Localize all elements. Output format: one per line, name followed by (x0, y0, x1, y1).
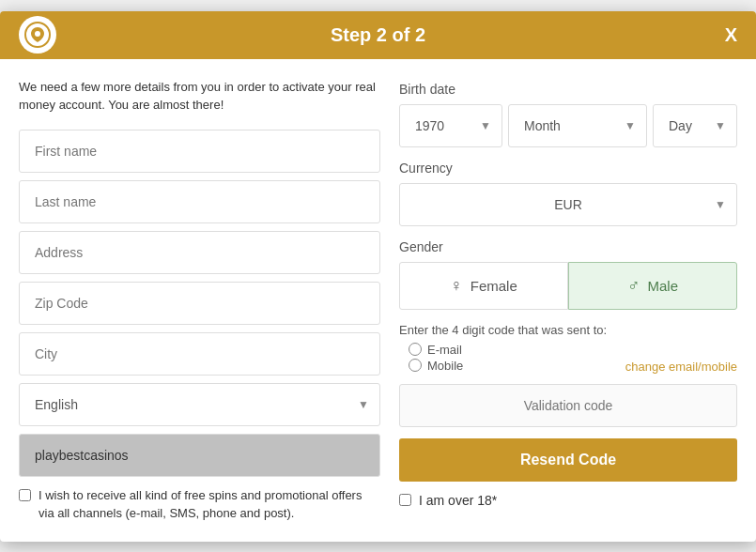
username-display: playbestcasinos (19, 434, 380, 477)
intro-text: We need a few more details from you in o… (19, 78, 380, 115)
newsletter-label: I wish to receive all kind of free spins… (39, 486, 380, 523)
currency-label: Currency (399, 161, 737, 176)
female-icon: ♀ (450, 276, 463, 296)
modal-body: We need a few more details from you in o… (0, 59, 756, 542)
month-select[interactable]: Month January February March (508, 104, 647, 147)
code-section: Enter the 4 digit code that was sent to:… (399, 323, 737, 375)
close-button[interactable]: X (725, 24, 737, 46)
mobile-option-row: Mobile change email/mobile (409, 359, 737, 375)
code-options: E-mail Mobile change email/mobile (409, 343, 737, 375)
city-input[interactable] (19, 332, 380, 376)
change-email-link[interactable]: change email/mobile (625, 360, 737, 374)
modal-container: Step 2 of 2 X We need a few more details… (0, 11, 756, 542)
currency-select-wrapper: EUR USD GBP ▼ (399, 183, 737, 226)
resend-code-button[interactable]: Resend Code (399, 438, 737, 482)
zip-input[interactable] (19, 282, 380, 325)
newsletter-checkbox[interactable] (19, 489, 31, 501)
code-label: Enter the 4 digit code that was sent to: (399, 323, 737, 337)
last-name-input[interactable] (19, 180, 380, 223)
newsletter-row: I wish to receive all kind of free spins… (19, 486, 380, 523)
modal-title: Step 2 of 2 (331, 24, 425, 46)
address-input[interactable] (19, 231, 380, 274)
day-select[interactable]: Day 1 2 (653, 104, 737, 147)
age-checkbox-row: I am over 18* (399, 493, 737, 508)
mobile-label: Mobile (427, 359, 463, 373)
male-label: Male (647, 278, 678, 294)
right-column: Birth date 1970 1971 1969 ▼ Month Januar… (399, 78, 737, 523)
first-name-input[interactable] (19, 130, 380, 173)
email-radio[interactable] (409, 343, 422, 356)
logo (19, 16, 56, 54)
month-select-wrapper: Month January February March ▼ (508, 104, 647, 147)
logo-icon (19, 16, 56, 54)
language-select[interactable]: English French German Spanish (19, 383, 380, 426)
currency-select[interactable]: EUR USD GBP (399, 183, 737, 226)
gender-label: Gender (399, 239, 737, 254)
day-select-wrapper: Day 1 2 ▼ (653, 104, 737, 147)
year-select[interactable]: 1970 1971 1969 (399, 104, 502, 147)
birth-date-label: Birth date (399, 82, 737, 97)
mobile-option: Mobile (409, 359, 463, 373)
svg-point-1 (35, 31, 40, 37)
validation-code-input[interactable] (399, 384, 737, 427)
language-select-wrapper: English French German Spanish ▼ (19, 383, 380, 426)
year-select-wrapper: 1970 1971 1969 ▼ (399, 104, 502, 147)
gender-row: ♀ Female ♂ Male (399, 262, 737, 310)
modal-header: Step 2 of 2 X (0, 11, 756, 59)
age-label: I am over 18* (419, 493, 497, 508)
male-icon: ♂ (627, 276, 640, 296)
mobile-radio[interactable] (409, 359, 422, 372)
female-label: Female (471, 278, 517, 294)
birth-date-row: 1970 1971 1969 ▼ Month January February … (399, 104, 737, 147)
age-checkbox[interactable] (399, 494, 411, 506)
left-column: We need a few more details from you in o… (19, 78, 380, 523)
email-option: E-mail (409, 343, 737, 357)
email-label: E-mail (427, 343, 462, 357)
female-button[interactable]: ♀ Female (399, 262, 568, 310)
male-button[interactable]: ♂ Male (568, 262, 737, 310)
